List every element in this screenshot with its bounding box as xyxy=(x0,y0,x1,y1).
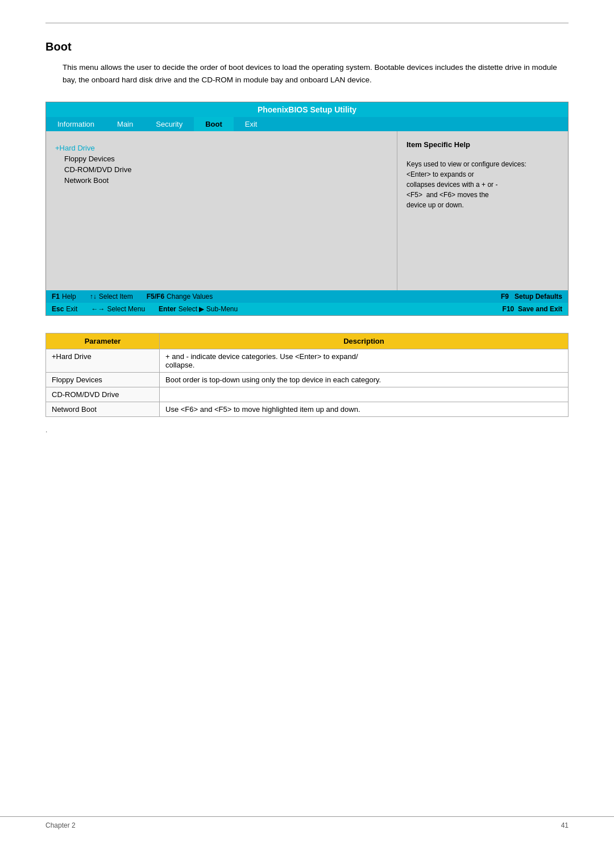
table-row: Netword Boot Use <F6> and <F5> to move h… xyxy=(46,402,569,417)
param-hard-drive: +Hard Drive xyxy=(46,349,160,373)
menu-item-floppy[interactable]: Floppy Devices xyxy=(64,153,388,164)
table-row: CD-ROM/DVD Drive xyxy=(46,387,569,402)
nav-item-main[interactable]: Main xyxy=(106,117,144,131)
col-description: Description xyxy=(160,333,569,349)
bios-right-panel: Item Specific Help Keys used to view or … xyxy=(397,131,568,290)
status-esc-exit: Esc Exit xyxy=(52,305,77,313)
col-parameter: Parameter xyxy=(46,333,160,349)
nav-item-information[interactable]: Information xyxy=(46,117,106,131)
param-floppy: Floppy Devices xyxy=(46,373,160,387)
label-exit: Exit xyxy=(66,305,77,313)
section-title: Boot xyxy=(45,40,569,53)
key-arrows: ↑↓ xyxy=(90,293,97,301)
status-lr-select-menu: ←→ Select Menu xyxy=(91,305,145,313)
footer-left: Chapter 2 xyxy=(45,821,76,829)
nav-item-exit[interactable]: Exit xyxy=(234,117,269,131)
menu-item-hard-drive[interactable]: +Hard Drive xyxy=(55,143,388,153)
desc-cdrom xyxy=(160,387,569,402)
item-help-title: Item Specific Help xyxy=(406,140,559,149)
param-cdrom: CD-ROM/DVD Drive xyxy=(46,387,160,402)
label-help: Help xyxy=(62,293,76,301)
status-bar-row1: F1 Help ↑↓ Select Item F5/F6 Change Valu… xyxy=(46,290,568,303)
desc-floppy: Boot order is top-down using only the to… xyxy=(160,373,569,387)
status-bar-row2: Esc Exit ←→ Select Menu Enter Select ▶ S… xyxy=(46,303,568,315)
status-f5f6-change: F5/F6 Change Values xyxy=(147,293,213,301)
menu-item-cdrom[interactable]: CD-ROM/DVD Drive xyxy=(64,164,388,175)
key-esc: Esc xyxy=(52,305,64,313)
status-arrows-select-item: ↑↓ Select Item xyxy=(90,293,133,301)
label-select-item: Select Item xyxy=(99,293,133,301)
status-f1-help: F1 Help xyxy=(52,293,76,301)
param-netword-boot: Netword Boot xyxy=(46,402,160,417)
help-text: Keys used to view or configure devices: … xyxy=(406,159,559,210)
key-lr: ←→ xyxy=(91,305,105,313)
description-text: This menu allows the user to decide the … xyxy=(63,61,569,86)
dot-placeholder: . xyxy=(45,426,569,434)
key-f1: F1 xyxy=(52,293,60,301)
nav-item-boot[interactable]: Boot xyxy=(194,117,234,131)
table-row: +Hard Drive + and - indicate device cate… xyxy=(46,349,569,373)
label-change-values: Change Values xyxy=(167,293,213,301)
bios-utility: PhoenixBIOS Setup Utility Information Ma… xyxy=(45,102,569,316)
desc-hard-drive: + and - indicate device categories. Use … xyxy=(160,349,569,373)
label-select-menu: Select Menu xyxy=(107,305,145,313)
footer-row: Chapter 2 41 xyxy=(0,817,614,834)
bios-left-panel: +Hard Drive Floppy Devices CD-ROM/DVD Dr… xyxy=(46,131,397,290)
table-row: Floppy Devices Boot order is top-down us… xyxy=(46,373,569,387)
bios-main-area: +Hard Drive Floppy Devices CD-ROM/DVD Dr… xyxy=(46,131,568,290)
bios-nav-bar: Information Main Security Boot Exit xyxy=(46,117,568,131)
nav-item-security[interactable]: Security xyxy=(144,117,194,131)
key-f5f6: F5/F6 xyxy=(147,293,164,301)
bios-title-bar: PhoenixBIOS Setup Utility xyxy=(46,102,568,117)
footer-right: 41 xyxy=(561,821,569,829)
menu-item-network-boot[interactable]: Network Boot xyxy=(64,175,388,186)
param-table: Parameter Description +Hard Drive + and … xyxy=(45,333,569,417)
label-sub-menu: Select ▶ Sub-Menu xyxy=(179,305,238,313)
status-f9-defaults: F9 Setup Defaults xyxy=(501,293,562,301)
top-rule xyxy=(45,23,569,23)
status-f10-save-exit: F10 Save and Exit xyxy=(503,305,562,313)
status-enter-sub-menu: Enter Select ▶ Sub-Menu xyxy=(159,305,238,313)
key-enter: Enter xyxy=(159,305,176,313)
desc-netword-boot: Use <F6> and <F5> to move highlighted it… xyxy=(160,402,569,417)
page-container: Boot This menu allows the user to decide… xyxy=(0,0,614,468)
